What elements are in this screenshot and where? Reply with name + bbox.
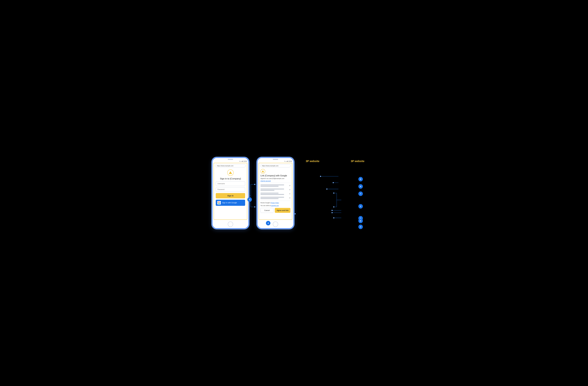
svg-point-11 <box>320 176 321 177</box>
perm-line-1b <box>260 186 278 187</box>
phone2-status-bar: ▾ ▲ ▮ 12:30 <box>258 160 293 162</box>
phone2-url-bar: https://www.example.com <box>260 164 291 167</box>
phone2-speaker <box>273 159 278 160</box>
phone1-time: 12:30 <box>243 160 247 162</box>
svg-point-16 <box>326 189 327 189</box>
phone1-speaker <box>228 159 233 160</box>
unlink-prefix: You can unlink at <box>260 205 271 206</box>
phone1-home-button <box>228 222 233 227</box>
annotation-2: 2 <box>358 204 363 208</box>
phone2-triangle-icon <box>262 170 264 173</box>
phone1: ▾ ▲ ▮ 12:30 https://www.example.com <box>212 157 249 229</box>
agree-link-button[interactable]: Agree and link <box>275 208 291 213</box>
policy-text: Review Google's Privacy Policy <box>260 202 291 204</box>
cancel-button[interactable]: Cancel <box>260 208 273 213</box>
svg-point-18 <box>333 193 334 193</box>
phone2-battery-icon: ▮ <box>287 160 288 162</box>
annotation-8: 8 <box>358 177 363 182</box>
phone2-time: 12:30 <box>288 160 292 162</box>
chevron-1: ∨ <box>289 184 291 186</box>
google-sign-in-label: Sign in with Google <box>222 202 237 204</box>
chevron-4: ∨ <box>289 197 291 199</box>
perm-lines-3 <box>260 193 288 195</box>
perm-line-4b <box>260 198 278 199</box>
separator-1 <box>260 183 291 183</box>
privacy-policy-link[interactable]: Privacy Policy <box>271 202 279 204</box>
svg-point-26 <box>332 212 333 213</box>
unlink-text: You can unlink at example.com <box>260 204 291 206</box>
phone2-company-logo <box>260 169 265 174</box>
phone1-body: Sign in to [Company] Sign In <box>214 168 247 207</box>
perm-line-3b <box>260 194 284 195</box>
permission-row-3[interactable]: ∨ <box>260 192 291 195</box>
labels-row: 3P website 3P website <box>294 160 376 163</box>
phone2-home-button <box>273 222 278 227</box>
chevron-3: ∨ <box>289 193 291 195</box>
phone1-url-bar: https://www.example.com <box>215 164 246 167</box>
phones-row: ▾ ▲ ▮ 12:30 https://www.example.com <box>212 157 294 229</box>
phone2-content: https://www.example.com Link [Company] w… <box>259 163 292 220</box>
button-row: Cancel Agree and link <box>260 208 291 213</box>
svg-point-24 <box>332 210 333 211</box>
phone2: ▾ ▲ ▮ 12:30 https://www.example.com <box>257 157 294 229</box>
svg-point-21 <box>333 206 334 207</box>
password-input[interactable] <box>216 187 245 192</box>
phone1-battery-icon: ▮ <box>242 160 243 162</box>
perm-lines-1 <box>260 184 288 187</box>
phone2-top-bar <box>258 158 293 160</box>
diagram-container: 5 4 8 A 7 2 1 6 3 <box>221 157 367 229</box>
annotation-7: 7 <box>358 191 363 196</box>
svg-marker-30 <box>262 170 264 172</box>
phone2-title: Link [Company] with Google <box>260 175 291 177</box>
phone2-wifi-icon: ▾ <box>284 160 285 162</box>
signed-in-as: Signed in as user123@example.com <box>260 178 291 179</box>
google-sign-in-button[interactable]: Sign in with Google <box>216 200 245 206</box>
perm-line-2b <box>260 190 274 191</box>
annotation-3: 3 <box>358 225 363 229</box>
phone2-body: Link [Company] with Google Signed in as … <box>259 168 292 219</box>
svg-marker-29 <box>229 171 232 174</box>
perm-line-2a <box>260 189 284 189</box>
phone1-label: 3P website <box>294 160 331 163</box>
phone1-status-bar: ▾ ▲ ▮ 12:30 <box>212 160 248 162</box>
company-triangle-icon <box>229 171 232 174</box>
permission-row-2[interactable]: ∨ <box>260 188 291 191</box>
phone2-section: ▾ ▲ ▮ 12:30 https://www.example.com <box>257 157 294 229</box>
perm-lines-4 <box>260 197 288 199</box>
separator-2 <box>260 201 291 201</box>
username-input[interactable] <box>216 182 245 186</box>
google-logo-svg <box>218 202 220 204</box>
phone1-signal-icon: ▲ <box>240 160 242 162</box>
svg-point-9 <box>295 213 295 214</box>
annotation-4: 4 <box>266 221 271 226</box>
privacy-policy-prefix: Review Google's <box>260 202 271 204</box>
change-account-link[interactable]: change account <box>260 180 291 182</box>
phone1-top-bar <box>212 158 248 160</box>
chevron-2: ∨ <box>289 189 291 191</box>
permission-row-1[interactable]: ∨ <box>260 184 291 187</box>
annotation-A: A <box>358 184 363 189</box>
google-g-icon <box>217 201 221 204</box>
unlink-link[interactable]: example.com <box>271 205 279 206</box>
perm-line-4a <box>260 197 284 198</box>
perm-lines-2 <box>260 189 288 191</box>
perm-line-1a <box>260 184 284 185</box>
phone1-content: https://www.example.com Sign in to [Comp… <box>214 163 247 220</box>
perm-line-3a <box>260 193 278 194</box>
phone2-label: 3P website <box>339 160 376 163</box>
diagram-main: 5 4 8 A 7 2 1 6 3 <box>221 157 367 229</box>
phone2-signal-icon: ▲ <box>286 160 287 162</box>
svg-point-28 <box>333 217 334 218</box>
svg-point-14 <box>333 182 334 183</box>
phone1-wifi-icon: ▾ <box>239 160 240 162</box>
annotation-5: 5 <box>247 197 252 202</box>
permission-row-4[interactable]: ∨ <box>260 196 291 200</box>
annotation-6: 6 <box>358 219 363 223</box>
phone1-company-logo <box>227 169 234 176</box>
sign-in-button[interactable]: Sign In <box>216 193 245 198</box>
phone1-section: ▾ ▲ ▮ 12:30 https://www.example.com <box>212 157 249 229</box>
phone1-title: Sign in to [Company] <box>220 178 241 180</box>
